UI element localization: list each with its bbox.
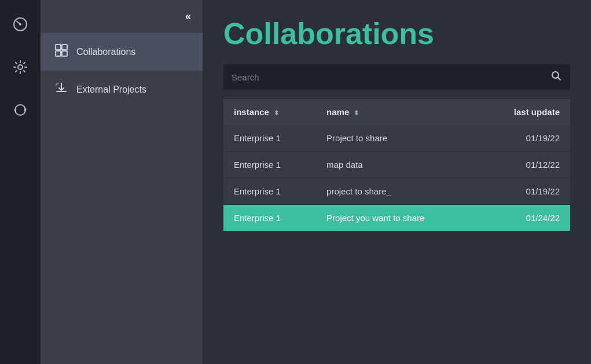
search-bar [223, 64, 570, 90]
page-title: Collaborations [223, 17, 570, 50]
svg-point-1 [19, 23, 21, 25]
table-row[interactable]: Enterprise 1map data01/12/22 [223, 152, 570, 178]
main-content: Collaborations instance ⬍ name ⬍ la [203, 0, 591, 364]
cell-name: map data [316, 152, 479, 178]
sidebar-item-collaborations[interactable]: Collaborations [41, 33, 203, 71]
settings-icon[interactable] [8, 54, 33, 80]
cell-last-update: 01/19/22 [479, 125, 570, 152]
cell-instance: Enterprise 1 [223, 152, 316, 178]
external-projects-label: External Projects [76, 84, 146, 95]
cell-name: Project you want to share [316, 205, 479, 231]
sidebar: « Collaborations External Projects [41, 0, 203, 364]
icon-bar [0, 0, 41, 364]
sync-icon[interactable] [8, 97, 33, 123]
external-projects-icon [54, 81, 68, 98]
collaborations-icon [54, 43, 68, 60]
table-row[interactable]: Enterprise 1Project to share01/19/22 [223, 125, 570, 152]
cell-name: project to share_ [316, 178, 479, 205]
col-header-last-update[interactable]: last update [479, 99, 570, 125]
collapse-button[interactable]: « [185, 10, 191, 23]
search-icon [550, 70, 562, 84]
cell-instance: Enterprise 1 [223, 125, 316, 152]
cell-last-update: 01/19/22 [479, 178, 570, 205]
dashboard-icon[interactable] [8, 12, 33, 37]
sort-icon-instance: ⬍ [274, 109, 279, 117]
cell-instance: Enterprise 1 [223, 178, 316, 205]
search-input[interactable] [232, 72, 550, 82]
svg-point-2 [18, 65, 23, 69]
cell-last-update: 01/24/22 [479, 205, 570, 231]
sort-icon-name: ⬍ [354, 109, 359, 117]
sidebar-item-external-projects[interactable]: External Projects [41, 71, 203, 108]
svg-rect-5 [56, 45, 61, 50]
table-row[interactable]: Enterprise 1project to share_01/19/22 [223, 178, 570, 205]
svg-rect-8 [62, 51, 67, 56]
collaborations-table: instance ⬍ name ⬍ last update Enterprise… [223, 99, 570, 231]
cell-name: Project to share [316, 125, 479, 152]
col-header-name[interactable]: name ⬍ [316, 99, 479, 125]
collaborations-label: Collaborations [76, 47, 135, 57]
svg-rect-6 [62, 45, 67, 50]
svg-rect-7 [56, 51, 61, 56]
col-header-instance[interactable]: instance ⬍ [223, 99, 316, 125]
cell-last-update: 01/12/22 [479, 152, 570, 178]
table-header-row: instance ⬍ name ⬍ last update [223, 99, 570, 125]
sidebar-header: « [41, 0, 203, 33]
table-row[interactable]: Enterprise 1Project you want to share01/… [223, 205, 570, 231]
cell-instance: Enterprise 1 [223, 205, 316, 231]
